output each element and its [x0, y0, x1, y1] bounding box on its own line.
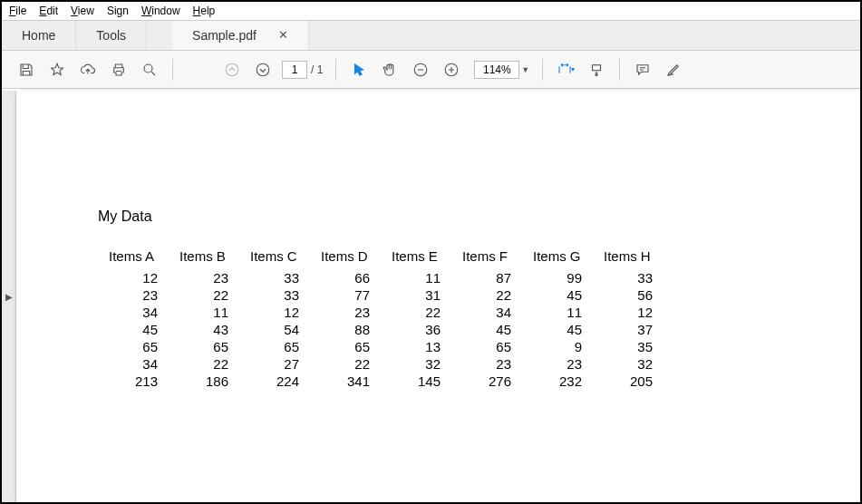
table-cell: 205 [593, 373, 663, 390]
separator [542, 59, 543, 81]
cloud-upload-icon[interactable] [73, 54, 103, 85]
table-cell: 33 [593, 269, 663, 286]
column-header: Items A [98, 248, 169, 269]
table-cell: 34 [451, 304, 522, 321]
table-cell: 213 [98, 373, 169, 390]
menu-view[interactable]: View [71, 5, 94, 17]
document-area: ▶ My Data Items AItems BItems CItems DIt… [2, 91, 860, 502]
table-cell: 31 [381, 286, 451, 304]
table-cell: 23 [169, 269, 239, 286]
pointer-icon[interactable] [344, 54, 374, 85]
table-cell: 32 [381, 355, 451, 373]
table-cell: 232 [522, 373, 593, 390]
svg-point-1 [226, 63, 238, 76]
save-icon[interactable] [11, 54, 42, 85]
search-icon[interactable] [134, 54, 165, 85]
table-cell: 45 [522, 321, 593, 338]
table-cell: 65 [310, 338, 381, 355]
data-table: Items AItems BItems CItems DItems EItems… [98, 248, 663, 390]
menu-bar: File Edit View Sign Window Help [2, 2, 860, 20]
table-cell: 11 [522, 304, 593, 321]
page-number-input[interactable] [282, 61, 307, 79]
svg-point-2 [257, 63, 269, 76]
table-cell: 66 [310, 269, 381, 286]
table-cell: 56 [593, 286, 663, 304]
table-cell: 22 [310, 355, 381, 373]
column-header: Items C [239, 248, 310, 269]
table-cell: 88 [310, 321, 381, 338]
table-header-row: Items AItems BItems CItems DItems EItems… [98, 248, 663, 269]
table-cell: 37 [593, 321, 663, 338]
tab-row: Home Tools Sample.pdf ✕ [2, 20, 860, 51]
table-cell: 27 [239, 355, 310, 373]
table-cell: 65 [169, 338, 239, 355]
zoom-input[interactable] [474, 61, 519, 79]
tab-tools[interactable]: Tools [76, 21, 147, 50]
table-cell: 23 [522, 355, 593, 373]
separator [619, 59, 620, 81]
table-cell: 32 [593, 355, 663, 373]
table-cell: 22 [169, 355, 239, 373]
column-header: Items G [522, 248, 593, 269]
zoom-in-icon[interactable] [436, 54, 467, 85]
tab-document[interactable]: Sample.pdf ✕ [172, 21, 309, 50]
table-cell: 33 [239, 286, 310, 304]
tab-document-label: Sample.pdf [192, 28, 257, 43]
zoom-dropdown-icon[interactable]: ▼ [521, 65, 529, 74]
table-cell: 22 [381, 304, 451, 321]
hand-icon[interactable] [374, 54, 405, 85]
table-cell: 43 [169, 321, 239, 338]
menu-help[interactable]: Help [193, 5, 216, 17]
table-cell: 54 [239, 321, 310, 338]
page-total-label: / 1 [311, 63, 323, 76]
column-header: Items F [451, 248, 522, 269]
table-cell: 186 [169, 373, 239, 390]
table-cell: 45 [451, 321, 522, 338]
svg-point-0 [144, 64, 152, 73]
table-cell: 87 [451, 269, 522, 286]
table-cell: 22 [169, 286, 239, 304]
table-cell: 11 [381, 269, 451, 286]
menu-edit[interactable]: Edit [39, 5, 58, 17]
table-cell: 22 [451, 286, 522, 304]
separator [172, 59, 173, 81]
column-header: Items D [310, 248, 381, 269]
table-cell: 13 [381, 338, 451, 355]
table-cell: 11 [169, 304, 239, 321]
table-cell: 65 [98, 338, 169, 355]
document-title: My Data [98, 208, 797, 225]
table-cell: 45 [522, 286, 593, 304]
menu-file[interactable]: File [9, 5, 26, 17]
close-tab-icon[interactable]: ✕ [278, 28, 288, 42]
menu-sign[interactable]: Sign [107, 5, 129, 17]
column-header: Items E [381, 248, 451, 269]
table-cell: 341 [310, 373, 381, 390]
tab-home[interactable]: Home [2, 21, 76, 50]
column-header: Items H [593, 248, 663, 269]
print-icon[interactable] [103, 54, 134, 85]
sign-pencil-icon[interactable] [658, 54, 689, 85]
table-row: 656565651365935 [98, 338, 663, 355]
page-up-icon[interactable] [217, 54, 247, 85]
table-cell: 45 [98, 321, 169, 338]
table-cell: 145 [381, 373, 451, 390]
table-cell: 276 [451, 373, 522, 390]
scroll-mode-icon[interactable] [581, 54, 612, 85]
table-cell: 12 [98, 269, 169, 286]
page-down-icon[interactable] [247, 54, 278, 85]
table-cell: 23 [98, 286, 169, 304]
menu-window[interactable]: Window [141, 5, 180, 17]
table-row: 1223336611879933 [98, 269, 663, 286]
table-row: 3422272232232332 [98, 355, 663, 373]
table-cell: 9 [522, 338, 593, 355]
pdf-page: My Data Items AItems BItems CItems DItem… [16, 91, 860, 502]
star-icon[interactable] [42, 54, 73, 85]
table-cell: 23 [451, 355, 522, 373]
zoom-out-icon[interactable] [405, 54, 436, 85]
table-cell: 99 [522, 269, 593, 286]
comment-icon[interactable] [627, 54, 658, 85]
table-cell: 224 [239, 373, 310, 390]
fit-width-icon[interactable]: ▾ [550, 54, 581, 85]
side-panel-toggle[interactable]: ▶ [2, 91, 16, 502]
table-cell: 35 [593, 338, 663, 355]
